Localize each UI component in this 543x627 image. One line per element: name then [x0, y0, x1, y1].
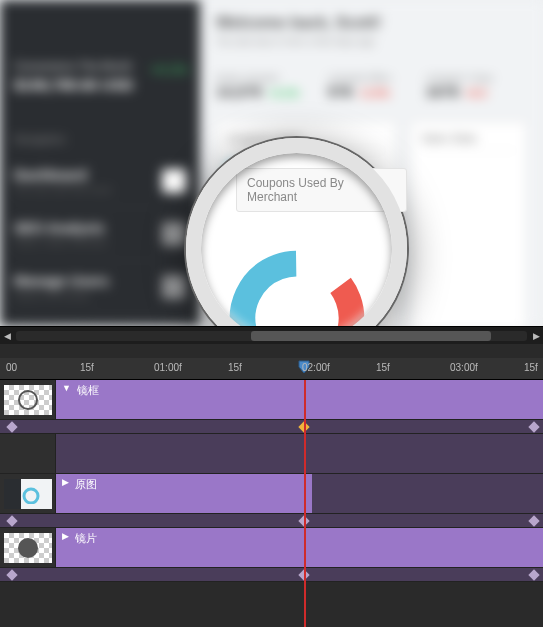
ruler-label: 15f	[524, 362, 538, 373]
stat-block: Deals Activated 14,579+4.1%	[216, 73, 299, 101]
stat-change: +4.1%	[268, 87, 300, 99]
keyframe-diamond-icon[interactable]	[528, 515, 539, 526]
layer-thumbnail[interactable]	[0, 380, 56, 419]
sidebar-item-seo analysis[interactable]: SEO Analysis Views, Clicks And More	[14, 208, 186, 261]
card-sales: Sales Stats	[410, 121, 527, 326]
analytics-icon	[162, 222, 186, 246]
timeline-panel: 0015f01:00f15f02:00f15f03:00f15f ▼ 镜框 ▶ …	[0, 358, 543, 582]
spacer	[0, 344, 543, 358]
card-header: Sales Stats	[421, 132, 516, 151]
layer-row[interactable]: ▶ 原图	[0, 474, 543, 514]
sidebar-item-label: SEO Analysis	[14, 220, 108, 236]
stat-value: 14,579	[216, 83, 262, 100]
layer-name: 原图	[75, 477, 97, 492]
preview-scrollbar[interactable]: ◀ ▶	[0, 326, 543, 344]
keyframe-row[interactable]	[0, 568, 543, 582]
app-sidebar: Conversions This Month $108,789.66 USD +…	[0, 0, 200, 326]
revenue-value: $108,789.66 USD	[14, 76, 186, 93]
sidebar-item-label: Dashboard	[14, 167, 112, 183]
twisty-icon[interactable]: ▶	[62, 477, 69, 487]
layer-row[interactable]: ▶ 镜片	[0, 528, 543, 568]
time-ruler[interactable]: 0015f01:00f15f02:00f15f03:00f15f	[0, 358, 543, 380]
stat-block: Activated Offers 578+2.8%	[327, 73, 397, 101]
layer-bar[interactable]: ▶ 镜片	[56, 528, 543, 567]
stat-change: +8.4	[465, 87, 487, 99]
home-icon	[162, 169, 186, 193]
sidebar-item-label: Manage Users	[14, 273, 109, 289]
timeline-tracks: ▼ 镜框 ▶ 原图 ▶ 镜片	[0, 380, 543, 582]
stat-value: 578	[327, 83, 352, 100]
layer-thumbnail[interactable]	[0, 474, 56, 513]
keyframe-diamond-icon[interactable]	[528, 421, 539, 432]
layer-name: 镜框	[77, 383, 99, 398]
ruler-label: 15f	[228, 362, 242, 373]
lens-rim	[186, 138, 407, 326]
users-icon	[162, 275, 186, 299]
layer-subrow[interactable]	[0, 434, 543, 474]
keyframe-diamond-icon[interactable]	[6, 421, 17, 432]
scroll-left-icon[interactable]: ◀	[0, 329, 14, 343]
keyframe-diamond-icon[interactable]	[6, 515, 17, 526]
layer-bar[interactable]: ▶ 原图	[56, 474, 543, 513]
revenue-change: +4.1%	[150, 62, 187, 77]
sidebar-item-manage users[interactable]: Manage Users Teams And Access	[14, 261, 186, 314]
ruler-label: 15f	[376, 362, 390, 373]
layer-bar[interactable]: ▼ 镜框	[56, 380, 543, 419]
stats-row: Deals Activated 14,579+4.1% Activated Of…	[216, 73, 527, 101]
preview-panel: Conversions This Month $108,789.66 USD +…	[0, 0, 543, 326]
ruler-label: 15f	[80, 362, 94, 373]
ruler-label: 00	[6, 362, 17, 373]
scroll-thumb[interactable]	[251, 331, 491, 341]
layer-row[interactable]: ▼ 镜框	[0, 380, 543, 420]
welcome-title: Welcome back, Scott!	[216, 14, 527, 32]
twisty-icon[interactable]: ▼	[62, 383, 71, 393]
sidebar-item-sublabel: You Can Call This Home	[14, 185, 112, 195]
svg-point-3	[24, 489, 38, 503]
keyframe-row[interactable]	[0, 420, 543, 434]
stat-label: Deals Activated	[216, 73, 299, 83]
stat-block: Activated 7 Days 1678+8.4	[425, 73, 495, 101]
sidebar-item-generate reports[interactable]: Generate Reports Custom Reports And Stat…	[14, 314, 186, 326]
ruler-label: 01:00f	[154, 362, 182, 373]
twisty-icon[interactable]: ▶	[62, 531, 69, 541]
stat-label: Activated Offers	[327, 73, 397, 83]
ruler-label: 03:00f	[450, 362, 478, 373]
stat-change: +2.8%	[358, 87, 390, 99]
sidebar-item-dashboard[interactable]: Dashboard You Can Call This Home	[14, 155, 186, 208]
sidebar-item-sublabel: Teams And Access	[14, 291, 109, 301]
scroll-right-icon[interactable]: ▶	[529, 329, 543, 343]
keyframe-diamond-icon[interactable]	[6, 569, 17, 580]
nav-heading: Navigation	[14, 133, 186, 145]
stat-value: 1678	[425, 83, 458, 100]
empty-thumb	[0, 434, 56, 473]
sidebar-item-sublabel: Views, Clicks And More	[14, 238, 108, 248]
stat-label: Activated 7 Days	[425, 73, 495, 83]
keyframe-row[interactable]	[0, 514, 543, 528]
property-bar[interactable]	[56, 434, 543, 473]
cti-line[interactable]	[304, 380, 306, 627]
scroll-track[interactable]	[16, 331, 527, 341]
keyframe-diamond-icon[interactable]	[528, 569, 539, 580]
welcome-subtitle: You last was in here a few days ago	[216, 36, 527, 47]
layer-thumbnail[interactable]	[0, 528, 56, 567]
ruler-label: 02:00f	[302, 362, 330, 373]
layer-name: 镜片	[75, 531, 97, 546]
